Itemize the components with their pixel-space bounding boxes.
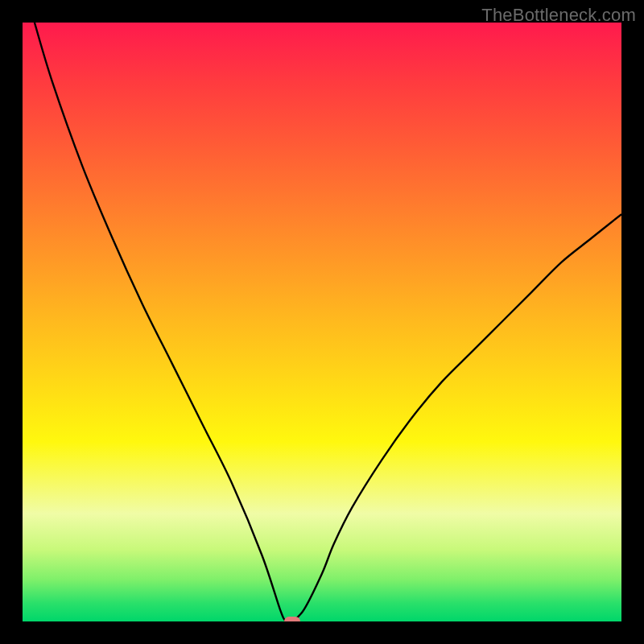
optimal-marker [284,617,300,621]
bottleneck-curve [23,23,621,621]
chart-frame: TheBottleneck.com [0,0,644,644]
watermark-text: TheBottleneck.com [481,5,636,26]
plot-area [23,23,621,621]
